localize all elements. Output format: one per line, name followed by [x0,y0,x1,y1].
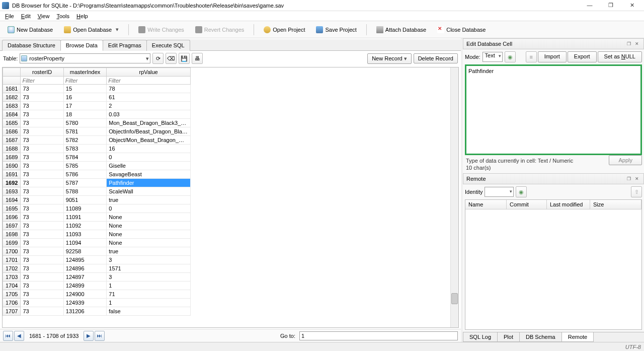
table-row[interactable]: 1691735786SavageBeast [3,170,191,179]
data-grid[interactable]: rosterID masterIndex rpValue 16817315781… [3,67,191,316]
table-select[interactable]: rosterProperty ▾ [20,53,150,63]
cell[interactable]: 73 [21,299,63,307]
open-project-button[interactable]: Open Project [259,24,309,36]
write-changes-button[interactable]: Write Changes [134,24,189,36]
cell[interactable]: 73 [21,230,63,239]
save-view-button[interactable]: 💾 [179,53,190,64]
cell[interactable]: 0 [107,153,191,162]
table-row[interactable]: 1706731249391 [3,299,191,307]
row-number[interactable]: 1690 [3,162,21,170]
table-row[interactable]: 16967311091None [3,213,191,222]
remote-upload-button[interactable]: ⇧ [631,186,642,197]
table-row[interactable]: 1687735782Object/Mon_Beast_Dragon_… [3,136,191,145]
cell[interactable]: 124897 [63,273,106,282]
row-number[interactable]: 1686 [3,127,21,136]
cell[interactable]: 124899 [63,282,106,290]
cell[interactable]: 78 [107,85,191,93]
cell[interactable]: 5781 [63,127,106,136]
cell[interactable]: None [107,230,191,239]
cell[interactable]: 92258 [63,247,106,256]
nav-next-button[interactable]: ▶ [84,331,94,341]
table-row[interactable]: 168373172 [3,102,191,110]
row-number[interactable]: 1694 [3,196,21,204]
panel-float-icon[interactable]: ❐ [625,175,632,182]
cell-editor[interactable] [465,64,642,155]
row-number[interactable]: 1681 [3,85,21,93]
cell[interactable]: 73 [21,239,63,247]
cell[interactable]: 73 [21,136,63,145]
cell[interactable]: Object/Mon_Beast_Dragon_… [107,136,191,145]
filter-rpvalue[interactable] [107,77,190,84]
set-null-button[interactable]: Set as NULL [598,51,642,62]
table-row[interactable]: 1693735788ScaleWall [3,187,191,196]
row-number[interactable]: 1687 [3,136,21,145]
new-database-button[interactable]: New Database [3,24,57,36]
table-row[interactable]: 1682731661 [3,93,191,102]
cell[interactable]: 73 [21,127,63,136]
open-database-button[interactable]: Open Database▾ [59,24,123,36]
cell[interactable]: 2 [107,102,191,110]
close-database-button[interactable]: Close Database [433,24,490,36]
row-number[interactable]: 1698 [3,230,21,239]
table-row[interactable]: 16987311093None [3,230,191,239]
cell[interactable]: 16 [107,145,191,153]
cell[interactable]: 5782 [63,136,106,145]
row-number[interactable]: 1704 [3,282,21,290]
cell[interactable]: 73 [21,196,63,204]
scrollbar-thumb[interactable] [451,293,458,304]
table-row[interactable]: 170773131206false [3,307,191,316]
table-row[interactable]: 168873578316 [3,145,191,153]
row-number[interactable]: 1689 [3,153,21,162]
cell[interactable]: 11092 [63,222,106,230]
new-record-button[interactable]: New Record▾ [367,53,412,64]
cell[interactable]: 73 [21,213,63,222]
filter-rosterid[interactable] [21,77,63,84]
cell[interactable]: 15 [63,85,106,93]
cell[interactable]: 73 [21,119,63,127]
cell[interactable]: 11091 [63,213,106,222]
delete-record-button[interactable]: Delete Record [414,53,458,63]
print-button[interactable]: 🖶 [192,53,203,64]
cell[interactable]: 73 [21,102,63,110]
import-button[interactable]: Import [538,51,567,62]
panel-close-icon[interactable]: ✕ [633,40,640,47]
apply-button[interactable]: Apply [609,155,642,165]
filter-masterindex[interactable] [64,77,106,84]
table-row[interactable]: 16897357840 [3,153,191,162]
col-header-masterindex[interactable]: masterIndex [63,68,106,77]
cell[interactable]: 73 [21,170,63,179]
identity-select[interactable] [485,187,514,197]
mode-format-button[interactable]: ◉ [505,51,516,62]
table-row[interactable]: 1703731248973 [3,273,191,282]
row-number[interactable]: 1703 [3,273,21,282]
cell[interactable]: true [107,196,191,204]
cell[interactable]: None [107,239,191,247]
table-row[interactable]: 16997311094None [3,239,191,247]
cell[interactable]: 73 [21,256,63,264]
cell[interactable]: 124939 [63,299,106,307]
row-number[interactable]: 1702 [3,264,21,273]
cell[interactable]: 5783 [63,145,106,153]
identity-refresh-button[interactable]: ◉ [516,186,527,197]
cell[interactable]: 5786 [63,170,106,179]
cell[interactable]: 73 [21,93,63,102]
cell[interactable]: 71 [107,290,191,299]
cell[interactable]: 73 [21,179,63,187]
nav-last-button[interactable]: ⏭ [95,331,105,341]
table-row[interactable]: 17057312490071 [3,290,191,299]
row-number[interactable]: 1700 [3,247,21,256]
row-number[interactable]: 1699 [3,239,21,247]
cell[interactable]: 16 [63,93,106,102]
menu-edit[interactable]: Edit [18,12,34,20]
row-number[interactable]: 1691 [3,170,21,179]
row-number[interactable]: 1683 [3,102,21,110]
cell[interactable]: 131206 [63,307,106,316]
nav-first-button[interactable]: ⏮ [3,331,13,341]
row-number[interactable]: 1688 [3,145,21,153]
cell[interactable]: 1 [107,299,191,307]
revert-changes-button[interactable]: Revert Changes [191,24,249,36]
cell[interactable]: 11089 [63,204,106,213]
cell[interactable]: 73 [21,282,63,290]
cell[interactable]: 73 [21,204,63,213]
table-row[interactable]: 1704731248991 [3,282,191,290]
